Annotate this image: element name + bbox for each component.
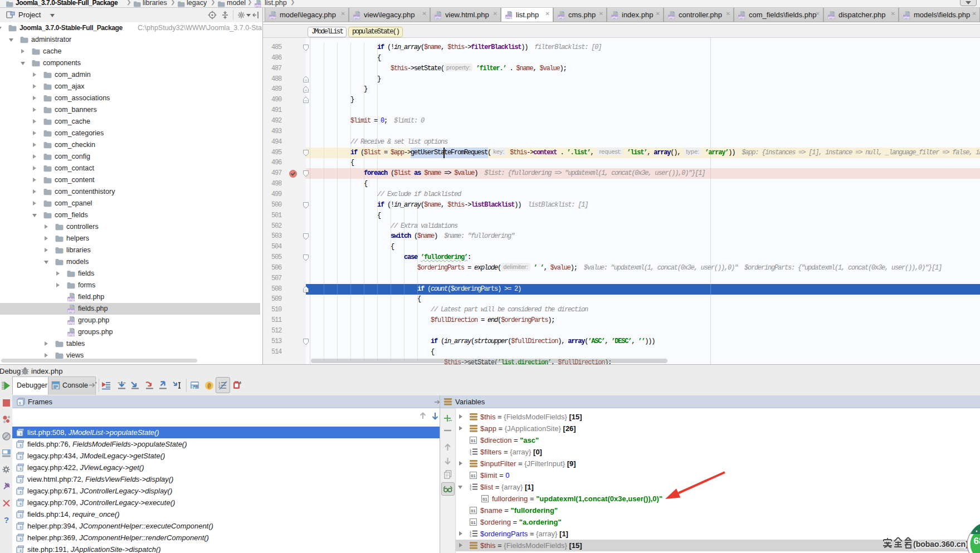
svg-text:01: 01: [482, 496, 487, 501]
svg-text:php: php: [611, 15, 617, 19]
svg-text:php: php: [68, 309, 75, 314]
svg-text:php: php: [68, 297, 75, 302]
svg-text:01: 01: [471, 508, 475, 513]
svg-text:3: 3: [470, 488, 471, 491]
svg-text:php: php: [68, 332, 75, 337]
svg-text:php: php: [269, 15, 275, 19]
svg-text:01: 01: [471, 473, 475, 478]
svg-text:01: 01: [471, 438, 475, 443]
svg-text:2: 2: [218, 385, 221, 388]
svg-text:php: php: [353, 15, 359, 19]
svg-text:@: @: [207, 383, 211, 389]
svg-text:?: ?: [4, 515, 9, 525]
svg-text:3: 3: [470, 453, 471, 456]
svg-text:68: 68: [974, 536, 980, 546]
svg-text:php: php: [255, 4, 261, 7]
svg-text:01: 01: [471, 520, 475, 525]
svg-text:php: php: [828, 15, 834, 19]
svg-text:s: s: [19, 401, 21, 405]
svg-text:php: php: [738, 15, 744, 19]
svg-text:php: php: [558, 15, 564, 19]
svg-text:php: php: [505, 15, 511, 19]
svg-text:php: php: [668, 15, 674, 19]
svg-text:php: php: [68, 321, 75, 325]
svg-text:3: 3: [470, 535, 471, 537]
svg-text:php: php: [903, 15, 909, 19]
svg-text:php: php: [435, 15, 441, 19]
